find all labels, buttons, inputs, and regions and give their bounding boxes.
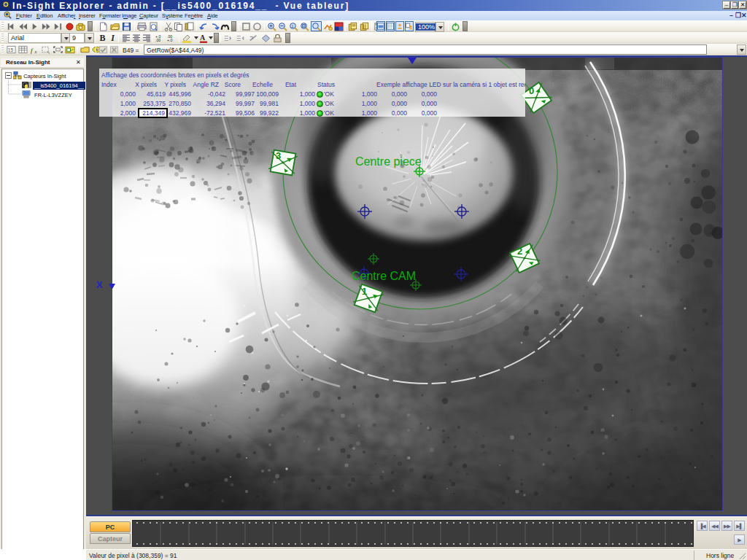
svg-text:15: 15: [8, 47, 14, 52]
svg-text:3: 3: [276, 150, 281, 161]
svg-text:f: f: [31, 47, 34, 54]
svg-text:x: x: [34, 49, 37, 54]
svg-text:1: 1: [362, 286, 367, 297]
svg-text:0: 0: [529, 85, 534, 96]
svg-text:A: A: [200, 34, 206, 42]
svg-text:Centre piece: Centre piece: [355, 155, 422, 168]
svg-text:.00: .00: [155, 38, 160, 42]
svg-text:Centre CAM: Centre CAM: [352, 270, 416, 282]
svg-text:+.0: +.0: [167, 38, 172, 42]
svg-text:2: 2: [517, 246, 522, 257]
svg-text:X: X: [96, 279, 103, 290]
